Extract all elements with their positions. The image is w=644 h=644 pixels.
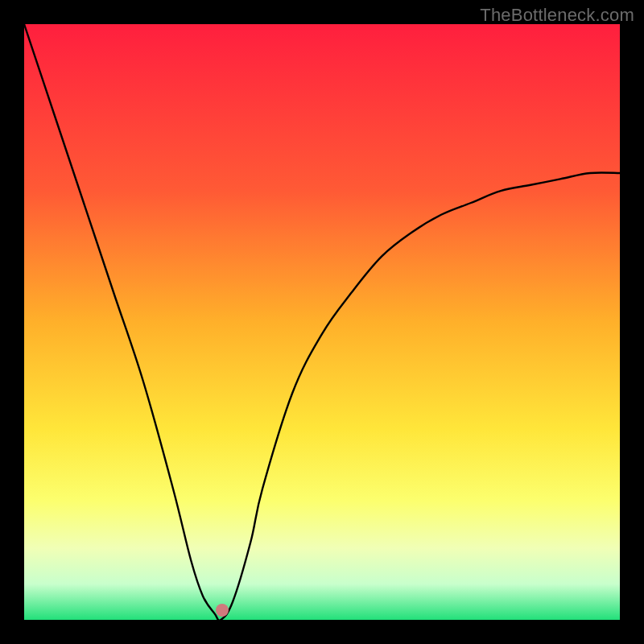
plot-area	[24, 24, 620, 620]
minimum-marker	[216, 604, 229, 617]
watermark-text: TheBottleneck.com	[480, 5, 634, 26]
chart-frame: TheBottleneck.com	[0, 0, 644, 644]
bottleneck-curve	[24, 24, 620, 620]
